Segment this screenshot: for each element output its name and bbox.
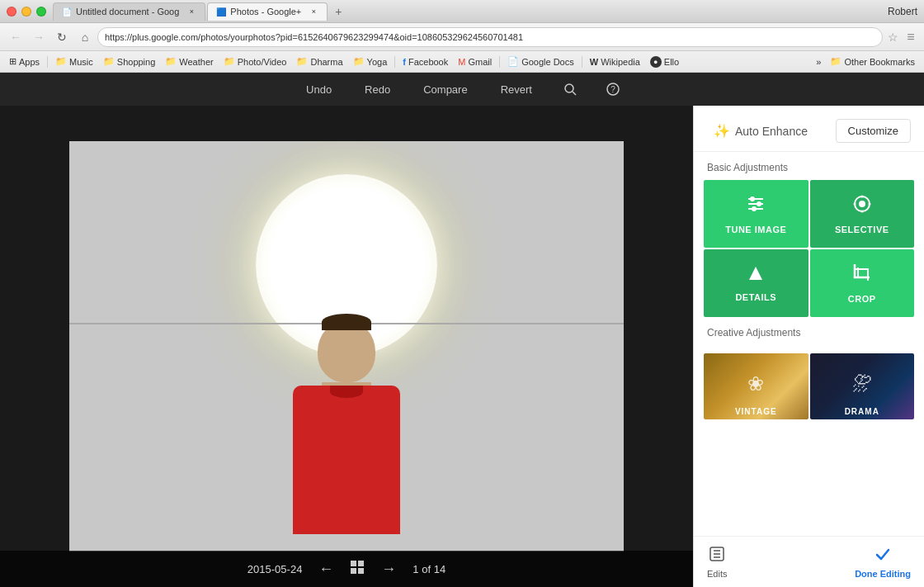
tab-docs-close[interactable]: × bbox=[186, 7, 196, 17]
refresh-button[interactable]: ↻ bbox=[51, 26, 73, 48]
bookmark-photovideo[interactable]: 📁 Photo/Video bbox=[219, 54, 291, 69]
facebook-icon: f bbox=[403, 57, 406, 67]
bookmark-music[interactable]: 📁 Music bbox=[51, 54, 97, 69]
drama-storm-icon: ⛈ bbox=[852, 372, 872, 395]
svg-rect-6 bbox=[351, 568, 356, 574]
compare-button[interactable]: Compare bbox=[417, 80, 474, 99]
bookmark-photovideo-label: Photo/Video bbox=[238, 57, 287, 67]
undo-button[interactable]: Undo bbox=[299, 80, 338, 99]
tab-photos[interactable]: 🟦 Photos - Google+ × bbox=[207, 2, 328, 21]
settings-button[interactable]: ≡ bbox=[903, 29, 919, 45]
home-button[interactable]: ⌂ bbox=[74, 26, 96, 48]
checkmark-icon bbox=[874, 545, 892, 567]
star-button[interactable]: ☆ bbox=[884, 29, 901, 45]
apps-icon: ⊞ bbox=[9, 56, 16, 67]
bookmark-facebook[interactable]: f Facebook bbox=[398, 55, 452, 69]
ello-icon: ● bbox=[650, 56, 662, 68]
tab-docs-icon: 📄 bbox=[62, 7, 72, 17]
svg-point-0 bbox=[565, 84, 573, 92]
help-button[interactable]: ? bbox=[601, 78, 625, 101]
magic-wand-icon: ✨ bbox=[714, 123, 730, 139]
details-card[interactable]: DETAILS bbox=[704, 249, 808, 317]
bookmark-googledocs[interactable]: 📄 Google Docs bbox=[503, 54, 578, 69]
tab-photos-icon: 🟦 bbox=[216, 7, 226, 17]
redo-button[interactable]: Redo bbox=[358, 80, 397, 99]
person-body bbox=[293, 386, 400, 534]
address-input[interactable] bbox=[105, 32, 875, 42]
crop-card[interactable]: CROP bbox=[810, 249, 915, 317]
vintage-label: VINTAGE bbox=[704, 407, 808, 416]
tabs-area: 📄 Untitled document - Goog × 🟦 Photos - … bbox=[53, 2, 888, 21]
bookmark-weather-label: Weather bbox=[179, 57, 213, 67]
tune-image-card[interactable]: TUNE IMAGE bbox=[704, 180, 808, 248]
bookmark-yoga[interactable]: 📁 Yoga bbox=[349, 54, 392, 69]
photo-bottom-bar: 2015-05-24 ← → 1 of 14 bbox=[0, 551, 693, 587]
minimize-button[interactable] bbox=[21, 7, 31, 17]
vintage-filter-card[interactable]: ❀ VINTAGE bbox=[704, 353, 808, 419]
svg-rect-4 bbox=[351, 561, 356, 566]
prev-photo-button[interactable]: ← bbox=[318, 561, 333, 578]
bookmark-separator-2 bbox=[394, 56, 395, 68]
tune-image-icon bbox=[745, 193, 766, 218]
bookmarks-bar: ⊞ Apps 📁 Music 📁 Shopping 📁 Weather 📁 Ph… bbox=[0, 51, 924, 73]
folder-icon-weather: 📁 bbox=[165, 56, 177, 67]
svg-marker-20 bbox=[749, 267, 762, 280]
crop-label: CROP bbox=[848, 294, 876, 304]
bookmark-wikipedia[interactable]: W Wikipedia bbox=[586, 55, 644, 69]
more-bookmarks-button[interactable]: » bbox=[813, 55, 824, 69]
editor-toolbar: Undo Redo Compare Revert ? bbox=[0, 73, 924, 106]
bookmark-googledocs-label: Google Docs bbox=[521, 57, 574, 67]
photo-date: 2015-05-24 bbox=[248, 563, 303, 575]
maximize-button[interactable] bbox=[36, 7, 46, 17]
main-layout: 2015-05-24 ← → 1 of 14 ✨ Auto Enhance Cu… bbox=[0, 106, 924, 587]
photo-background bbox=[69, 141, 624, 551]
bookmark-shopping[interactable]: 📁 Shopping bbox=[99, 54, 160, 69]
close-button[interactable] bbox=[7, 7, 16, 17]
svg-point-19 bbox=[868, 203, 870, 206]
bookmark-other-label: Other Bookmarks bbox=[844, 57, 915, 67]
tab-photos-close[interactable]: × bbox=[309, 7, 318, 17]
photo-container bbox=[69, 141, 624, 551]
tab-docs[interactable]: 📄 Untitled document - Goog × bbox=[53, 2, 205, 21]
svg-rect-7 bbox=[358, 568, 364, 574]
revert-button[interactable]: Revert bbox=[494, 80, 539, 99]
bookmark-gmail[interactable]: M Gmail bbox=[454, 55, 496, 69]
wikipedia-icon: W bbox=[590, 57, 598, 67]
bookmark-ello[interactable]: ● Ello bbox=[646, 54, 683, 69]
svg-point-9 bbox=[750, 196, 755, 201]
selective-label: SELECTIVE bbox=[835, 225, 889, 234]
drama-filter-card[interactable]: ⛈ DRAMA bbox=[810, 353, 915, 419]
edits-button[interactable]: Edits bbox=[707, 545, 727, 579]
svg-text:?: ? bbox=[610, 85, 615, 94]
address-bar[interactable] bbox=[97, 27, 883, 47]
help-icon: ? bbox=[606, 83, 620, 96]
nav-bar: ← → ↻ ⌂ ☆ ≡ bbox=[0, 23, 924, 51]
back-button[interactable]: ← bbox=[5, 26, 26, 48]
bookmark-facebook-label: Facebook bbox=[408, 57, 448, 67]
customize-button[interactable]: Customize bbox=[836, 119, 911, 143]
grid-icon bbox=[350, 560, 365, 575]
bookmark-apps[interactable]: ⊞ Apps bbox=[5, 54, 44, 69]
edits-label: Edits bbox=[707, 569, 727, 579]
svg-point-16 bbox=[860, 196, 863, 198]
grid-view-button[interactable] bbox=[350, 560, 365, 579]
auto-enhance-button[interactable]: ✨ Auto Enhance bbox=[707, 120, 814, 142]
bookmark-dharma[interactable]: 📁 Dharma bbox=[292, 54, 346, 69]
bookmark-weather[interactable]: 📁 Weather bbox=[161, 54, 217, 69]
next-photo-button[interactable]: → bbox=[381, 561, 396, 578]
selective-card[interactable]: SELECTIVE bbox=[810, 180, 915, 248]
new-tab-button[interactable]: + bbox=[329, 2, 347, 21]
panel-bottom: Edits Done Editing bbox=[694, 536, 924, 587]
bookmark-ello-label: Ello bbox=[664, 57, 679, 67]
search-button[interactable] bbox=[559, 78, 582, 101]
adjustments-grid: TUNE IMAGE SELECTIVE bbox=[704, 180, 914, 317]
bookmark-other[interactable]: 📁 Other Bookmarks bbox=[826, 54, 919, 69]
search-icon bbox=[563, 83, 577, 96]
user-label: Robert bbox=[888, 6, 917, 17]
gmail-icon: M bbox=[458, 57, 465, 67]
done-editing-button[interactable]: Done Editing bbox=[855, 545, 911, 579]
tune-image-label: TUNE IMAGE bbox=[725, 225, 786, 234]
svg-point-18 bbox=[853, 203, 856, 206]
crop-icon bbox=[851, 263, 873, 287]
forward-button[interactable]: → bbox=[28, 26, 50, 48]
